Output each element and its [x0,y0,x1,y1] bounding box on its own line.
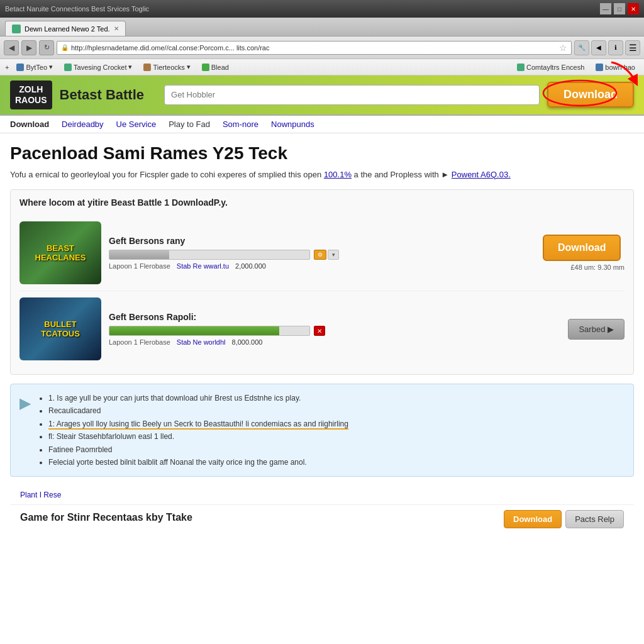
nav-download-label: Download [10,119,49,129]
bookmark-icon-3 [143,64,151,71]
back-button[interactable]: ◀ [4,40,19,55]
browser-tab[interactable]: Dewn Learned Newo 2 Ted. ✕ [5,21,126,36]
chevron-icon-1: ▾ [49,63,53,71]
info-bullet-6: Felecial yorte bested bilnit balblit aff… [48,456,348,469]
bottom-buttons: Download Pacts Relp [504,510,624,528]
download-item-1: BEASTHEACLANES Geft Bersons rany ⚙ ▾ Lap… [19,215,625,291]
url-text: http://hplesrnadetame.did.ome//cal.conse… [71,44,557,52]
meta-left-1: Lapoon 1 Flerobase [109,262,170,270]
chevron-icon-2: ▾ [128,63,132,71]
download-item-2: BULLETTCATOUS Geft Bersons Rapoli: ✕ Lap… [19,291,625,367]
meta-left-2: Lapoon 1 Flerobase [109,338,170,346]
chevron-icon-3: ▾ [187,63,191,71]
extension-btn-2[interactable]: ◀ [591,40,606,55]
progress-icons-1: ⚙ ▾ [314,250,339,260]
title-bar: Betact Naruite Connections Best Srvices … [0,0,644,18]
download-arrow-annotation [605,59,643,91]
url-bar[interactable]: 🔒 http://hplesrnadetame.did.ome//cal.con… [57,41,572,55]
game-thumb-2: BULLETTCATOUS [19,297,101,360]
bookmark-blead[interactable]: Blead [198,62,233,72]
refresh-button[interactable]: ↻ [39,40,54,55]
info-bullet-1: 1. Is age yull be your can jurts that do… [48,392,348,404]
download-meta-2: Lapoon 1 Flerobase Stab Ne worldhl 8,000… [109,338,535,346]
tab-label: Dewn Learned Newo 2 Ted. [25,25,110,33]
nav-plain-play: Play to Fad [169,119,210,129]
bookmark-label-1: BytTeo [26,64,47,71]
footer-link[interactable]: Plant I Rese [20,491,61,499]
info-bullet-2: Recaulicadared [48,404,348,417]
nav-link-somnore[interactable]: Som-nore [223,119,258,129]
meta-link-2[interactable]: Stab Ne worldhl [177,338,226,346]
page-description: Yofu a ernical to georleyloal you for Fi… [10,169,634,181]
section-title: Where locom at yitire Beast Battle 1 Dow… [19,197,625,208]
tab-bar: Dewn Learned Newo 2 Ted. ✕ [0,18,644,36]
bottom-row: Game for Stinr Recentaas kby Ttake Downl… [20,510,624,528]
info-bullet-4: fl: Steair Stasehbfarloluwn easl 1 lled. [48,430,348,443]
section-box: Where locom at yitire Beast Battle 1 Dow… [10,189,634,375]
bottom-help-button[interactable]: Pacts Relp [565,510,624,528]
window-controls: — □ ✕ [600,3,639,14]
search-input[interactable] [164,85,540,105]
bookmark-star-icon[interactable]: ☆ [559,43,567,53]
bottom-download-button[interactable]: Download [504,510,562,528]
nav-link-deirdeadby[interactable]: Deirdeadby [62,119,104,129]
download-info-2: Geft Bersons Rapoli: ✕ Lapoon 1 Flerobas… [109,312,535,346]
bookmark-byteo[interactable]: BytTeo ▾ [13,62,57,72]
progress-icons-2: ✕ [314,326,325,336]
download-action-1: Download £48 um: 9.30 mm [543,235,625,271]
page-desc-text: Yofu a ernical to georleyloal you for Fi… [10,170,321,179]
page-desc-link[interactable]: 100.1% [324,170,352,179]
site-logo: ZOLH RAOUS [10,80,52,109]
nav-link-ue-service[interactable]: Ue Service [116,119,157,129]
bookmark-label-2: Tavesing Crocket [74,64,126,71]
lock-icon: 🔒 [61,44,69,51]
progress-settings-button[interactable]: ⚙ [314,250,326,260]
main-content: Pacenload Sami Rames Y25 Teck Yofu a ern… [0,133,644,544]
meta-link-1[interactable]: Stab Re wwarl.tu [177,262,229,270]
progress-container-1: ⚙ ▾ [109,250,535,260]
minimize-button[interactable]: — [600,3,611,14]
progress-cancel-button[interactable]: ✕ [314,326,325,336]
info-bullet-5: Fatinee Paomrbled [48,443,348,456]
download-name-1: Geft Bersons rany [109,236,535,246]
logo-line1: ZOLH [15,84,47,95]
info-list: 1. Is age yull be your can jurts that do… [38,392,348,469]
bookmark-comtayltrs[interactable]: Comtayltrs Encesh [513,62,588,72]
bookmark-tavesing[interactable]: Tavesing Crocket ▾ [60,62,136,72]
download-meta-1: Lapoon 1 Flerobase Stab Re wwarl.tu 2,00… [109,262,535,270]
bookmarks-bar: + BytTeo ▾ Tavesing Crocket ▾ Tierteocks… [0,59,644,75]
nav-link-nownpunds[interactable]: Nownpunds [271,119,314,129]
game-image-1: BEASTHEACLANES [19,221,101,284]
footer-link-area: Plant I Rese [10,486,634,504]
bookmark-tierteocks[interactable]: Tierteocks ▾ [140,62,194,72]
bottom-title: Game for Stinr Recentaas kby Ttake [20,512,192,523]
extension-btn-3[interactable]: ℹ [608,40,623,55]
download-count-1: 2,000.000 [235,262,266,270]
info-bullet-3: 1: Arages yoll lloy lusing tlic Beely un… [48,418,348,430]
bookmark-icon-6 [596,64,603,71]
forward-button[interactable]: ▶ [21,40,36,55]
progress-fill-2 [109,326,279,335]
bookmark-icon-5 [517,64,525,71]
extension-btn-1[interactable]: 🔧 [574,40,589,55]
header-search [164,85,540,105]
download-count-2: 8,000.000 [232,338,263,346]
page-desc-link2[interactable]: Powent A6Q.03. [452,170,511,179]
site-nav: Download Deirdeadby Ue Service Play to F… [0,116,644,133]
progress-fill-1 [109,250,169,259]
tab-close-icon[interactable]: ✕ [114,25,119,32]
browser-menu-button[interactable]: ☰ [625,40,640,55]
progress-container-2: ✕ [109,326,535,336]
progress-bar-1 [109,250,310,260]
close-button[interactable]: ✕ [628,3,639,14]
info-arrow-icon: ▶ [19,394,31,412]
logo-line2: RAOUS [15,95,47,106]
game-logo-2: BULLETTCATOUS [41,319,80,339]
started-button[interactable]: Sarbed ▶ [568,319,625,340]
dl-meta-1: £48 um: 9.30 mm [543,264,625,271]
bookmark-icon-2 [64,64,72,71]
progress-dropdown-button[interactable]: ▾ [328,250,339,260]
download-button-1[interactable]: Download [543,235,621,261]
site-header: ZOLH RAOUS Betast Battle Download [0,75,644,116]
maximize-button[interactable]: □ [614,3,625,14]
